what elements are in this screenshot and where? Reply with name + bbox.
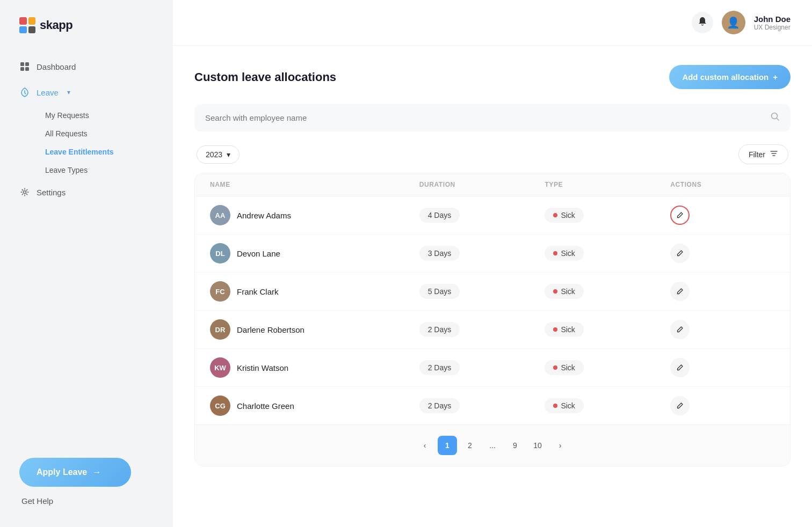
search-bar (194, 104, 791, 131)
employee-cell: FC Frank Clark (210, 281, 419, 302)
filter-label: Filter (749, 150, 765, 159)
add-btn-plus-icon: + (773, 72, 778, 82)
svg-rect-0 (20, 62, 24, 66)
employee-name: Andrew Adams (237, 211, 291, 220)
sidebar-item-my-requests[interactable]: My Requests (39, 106, 162, 125)
table-controls: 2023 ▾ Filter (194, 144, 791, 164)
edit-button[interactable] (670, 396, 690, 415)
grid-icon (19, 61, 30, 72)
duration-cell: 5 Days (419, 284, 545, 299)
user-name: John Doe (754, 14, 791, 24)
pagination-next-button[interactable]: › (550, 436, 570, 455)
employee-name: Charlotte Green (237, 401, 294, 411)
sidebar-item-leave-types[interactable]: Leave Types (39, 161, 162, 179)
table-row: KW Kristin Watson 2 Days Sick (195, 349, 790, 387)
table-header: NAME DURATION TYPE ACTIONS (195, 173, 790, 196)
duration-badge: 2 Days (419, 360, 460, 375)
sidebar-item-label-settings: Settings (37, 188, 66, 197)
leave-icon (19, 87, 30, 98)
employee-avatar: AA (210, 205, 230, 225)
actions-cell (670, 320, 775, 339)
pagination-page-9-button[interactable]: 9 (505, 436, 525, 455)
custom-allocations-table: NAME DURATION TYPE ACTIONS AA Andrew Ada… (194, 173, 791, 466)
pagination: ‹ 1 2 ... 9 10 › (195, 424, 790, 466)
settings-icon (19, 187, 30, 197)
employee-cell: KW Kristin Watson (210, 357, 419, 378)
sidebar-item-leave[interactable]: Leave ▾ (11, 80, 162, 104)
logo-sq-2 (28, 17, 36, 25)
main-content: 👤 John Doe UX Designer Custom leave allo… (173, 0, 812, 527)
duration-cell: 2 Days (419, 322, 545, 337)
year-select-dropdown[interactable]: 2023 ▾ (197, 145, 240, 164)
apply-leave-button[interactable]: Apply Leave → (19, 458, 131, 487)
search-input[interactable] (205, 113, 764, 122)
user-role: UX Designer (754, 24, 791, 31)
edit-button[interactable] (670, 282, 690, 301)
type-badge: Sick (545, 284, 583, 299)
employee-avatar: DR (210, 319, 230, 340)
logo-sq-3 (19, 26, 27, 34)
employee-avatar: CG (210, 396, 230, 416)
add-custom-allocation-button[interactable]: Add custom allocation + (669, 65, 791, 89)
avatar-face: 👤 (727, 16, 740, 29)
sidebar-item-all-requests[interactable]: All Requests (39, 125, 162, 143)
leave-chevron-icon: ▾ (67, 89, 70, 96)
type-cell: Sick (545, 398, 670, 413)
duration-badge: 5 Days (419, 284, 460, 299)
table-row: FC Frank Clark 5 Days Sick (195, 273, 790, 311)
duration-badge: 2 Days (419, 322, 460, 337)
table-row: AA Andrew Adams 4 Days Sick (195, 196, 790, 235)
actions-cell (670, 244, 775, 263)
search-icon (770, 112, 780, 124)
filter-icon (770, 149, 778, 159)
year-chevron-icon: ▾ (227, 150, 230, 159)
employee-cell: AA Andrew Adams (210, 205, 419, 225)
bell-icon (697, 16, 708, 30)
content-area: Custom leave allocations Add custom allo… (173, 46, 812, 527)
type-badge: Sick (545, 208, 583, 223)
svg-rect-3 (25, 67, 29, 71)
sidebar-item-label-leave: Leave (37, 88, 59, 97)
pagination-page-10-button[interactable]: 10 (528, 436, 547, 455)
duration-cell: 2 Days (419, 398, 545, 413)
employee-name: Kristin Watson (237, 363, 288, 372)
notification-button[interactable] (692, 12, 713, 33)
content-header: Custom leave allocations Add custom allo… (194, 65, 791, 89)
page-title: Custom leave allocations (194, 70, 336, 84)
nav-section: Dashboard Leave ▾ My Requests All Reques… (0, 55, 173, 445)
type-cell: Sick (545, 284, 670, 299)
type-cell: Sick (545, 360, 670, 375)
sidebar-item-leave-entitlements[interactable]: Leave Entitlements (39, 143, 162, 161)
actions-cell (670, 396, 775, 415)
sidebar-item-dashboard[interactable]: Dashboard (11, 55, 162, 78)
sick-dot-icon (553, 251, 557, 255)
type-cell: Sick (545, 322, 670, 337)
pagination-prev-button[interactable]: ‹ (415, 436, 434, 455)
nav-sub-leave: My Requests All Requests Leave Entitleme… (11, 106, 162, 179)
duration-badge: 4 Days (419, 208, 460, 223)
type-badge: Sick (545, 360, 583, 375)
edit-button[interactable] (670, 358, 690, 377)
duration-cell: 2 Days (419, 360, 545, 375)
logo-icon (19, 17, 35, 33)
pagination-page-2-button[interactable]: 2 (460, 436, 480, 455)
svg-point-5 (772, 113, 778, 119)
header: 👤 John Doe UX Designer (173, 0, 812, 46)
edit-button[interactable] (670, 206, 690, 225)
sick-dot-icon (553, 365, 557, 370)
employee-cell: DR Darlene Robertson (210, 319, 419, 340)
filter-button[interactable]: Filter (738, 144, 788, 164)
pagination-page-1-button[interactable]: 1 (438, 436, 457, 455)
edit-button[interactable] (670, 244, 690, 263)
apply-leave-arrow-icon: → (92, 467, 101, 477)
col-duration: DURATION (419, 181, 545, 188)
duration-badge: 3 Days (419, 246, 460, 261)
col-name: NAME (210, 181, 419, 188)
svg-point-4 (24, 191, 26, 194)
type-badge: Sick (545, 246, 583, 261)
edit-button[interactable] (670, 320, 690, 339)
sidebar-item-settings[interactable]: Settings (11, 180, 162, 204)
svg-rect-1 (25, 62, 29, 66)
employee-name: Darlene Robertson (237, 325, 305, 334)
get-help-link[interactable]: Get Help (19, 496, 53, 506)
